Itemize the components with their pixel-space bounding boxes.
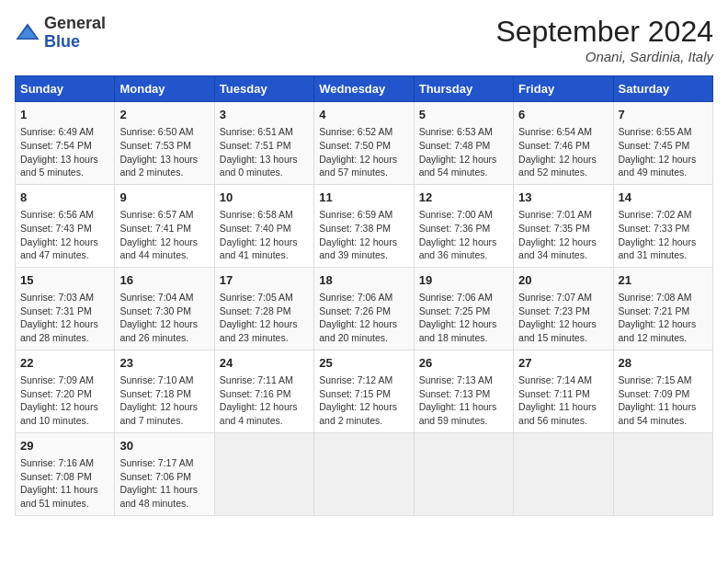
calendar-cell: 19Sunrise: 7:06 AMSunset: 7:25 PMDayligh… bbox=[414, 267, 513, 350]
calendar-week-2: 8Sunrise: 6:56 AMSunset: 7:43 PMDaylight… bbox=[16, 184, 713, 267]
calendar-cell: 16Sunrise: 7:04 AMSunset: 7:30 PMDayligh… bbox=[115, 267, 214, 350]
calendar-cell: 24Sunrise: 7:11 AMSunset: 7:16 PMDayligh… bbox=[214, 350, 313, 432]
day-number: 27 bbox=[518, 355, 608, 372]
day-number: 8 bbox=[20, 190, 109, 206]
calendar-cell: 14Sunrise: 7:02 AMSunset: 7:33 PMDayligh… bbox=[613, 184, 712, 267]
calendar-cell bbox=[613, 432, 712, 515]
day-info: Sunrise: 7:06 AMSunset: 7:26 PMDaylight:… bbox=[319, 291, 408, 345]
day-number: 29 bbox=[20, 438, 109, 454]
calendar-cell: 4Sunrise: 6:52 AMSunset: 7:50 PMDaylight… bbox=[314, 102, 414, 185]
day-number: 15 bbox=[20, 272, 109, 289]
calendar-cell bbox=[214, 432, 313, 515]
day-number: 25 bbox=[319, 355, 408, 372]
day-number: 30 bbox=[119, 438, 209, 454]
day-number: 17 bbox=[220, 272, 309, 289]
calendar-cell: 23Sunrise: 7:10 AMSunset: 7:18 PMDayligh… bbox=[115, 350, 214, 432]
day-number: 16 bbox=[119, 272, 209, 289]
calendar-cell: 30Sunrise: 7:17 AMSunset: 7:06 PMDayligh… bbox=[115, 432, 214, 515]
day-info: Sunrise: 6:50 AMSunset: 7:53 PMDaylight:… bbox=[119, 125, 209, 179]
day-info: Sunrise: 7:08 AMSunset: 7:21 PMDaylight:… bbox=[619, 291, 708, 345]
calendar-cell: 22Sunrise: 7:09 AMSunset: 7:20 PMDayligh… bbox=[16, 350, 115, 432]
calendar-cell: 12Sunrise: 7:00 AMSunset: 7:36 PMDayligh… bbox=[414, 184, 513, 267]
calendar-cell: 25Sunrise: 7:12 AMSunset: 7:15 PMDayligh… bbox=[314, 350, 414, 432]
column-header-saturday: Saturday bbox=[613, 76, 712, 102]
day-number: 21 bbox=[619, 272, 708, 289]
day-info: Sunrise: 7:04 AMSunset: 7:30 PMDaylight:… bbox=[119, 291, 209, 345]
day-number: 26 bbox=[419, 355, 508, 372]
calendar-cell: 5Sunrise: 6:53 AMSunset: 7:48 PMDaylight… bbox=[414, 102, 513, 185]
location: Onani, Sardinia, Italy bbox=[495, 49, 713, 64]
day-info: Sunrise: 7:12 AMSunset: 7:15 PMDaylight:… bbox=[319, 373, 408, 428]
day-number: 23 bbox=[119, 355, 209, 372]
calendar-cell: 2Sunrise: 6:50 AMSunset: 7:53 PMDaylight… bbox=[115, 102, 214, 185]
title-block: September 2024 Onani, Sardinia, Italy bbox=[495, 15, 713, 64]
logo-general-text: General bbox=[44, 14, 106, 32]
day-info: Sunrise: 7:01 AMSunset: 7:35 PMDaylight:… bbox=[518, 208, 608, 262]
calendar-cell: 29Sunrise: 7:16 AMSunset: 7:08 PMDayligh… bbox=[16, 432, 115, 515]
day-info: Sunrise: 7:17 AMSunset: 7:06 PMDaylight:… bbox=[119, 456, 209, 511]
day-number: 28 bbox=[619, 355, 708, 372]
column-header-friday: Friday bbox=[514, 76, 613, 102]
column-header-monday: Monday bbox=[115, 76, 214, 102]
day-info: Sunrise: 7:00 AMSunset: 7:36 PMDaylight:… bbox=[419, 208, 508, 262]
day-number: 4 bbox=[319, 107, 408, 123]
calendar-week-5: 29Sunrise: 7:16 AMSunset: 7:08 PMDayligh… bbox=[16, 432, 713, 515]
day-number: 22 bbox=[20, 355, 109, 372]
day-info: Sunrise: 7:13 AMSunset: 7:13 PMDaylight:… bbox=[419, 373, 508, 428]
calendar-cell: 21Sunrise: 7:08 AMSunset: 7:21 PMDayligh… bbox=[613, 267, 712, 350]
day-info: Sunrise: 6:57 AMSunset: 7:41 PMDaylight:… bbox=[119, 208, 209, 262]
calendar-cell: 8Sunrise: 6:56 AMSunset: 7:43 PMDaylight… bbox=[16, 184, 115, 267]
calendar-cell: 15Sunrise: 7:03 AMSunset: 7:31 PMDayligh… bbox=[16, 267, 115, 350]
day-number: 3 bbox=[220, 107, 309, 123]
calendar-week-3: 15Sunrise: 7:03 AMSunset: 7:31 PMDayligh… bbox=[16, 267, 713, 350]
calendar-cell: 13Sunrise: 7:01 AMSunset: 7:35 PMDayligh… bbox=[514, 184, 613, 267]
calendar-table: SundayMondayTuesdayWednesdayThursdayFrid… bbox=[15, 75, 713, 516]
logo-blue-text: Blue bbox=[44, 32, 80, 51]
day-info: Sunrise: 7:10 AMSunset: 7:18 PMDaylight:… bbox=[119, 373, 209, 428]
day-number: 12 bbox=[419, 190, 508, 206]
day-number: 11 bbox=[319, 190, 408, 206]
calendar-cell: 9Sunrise: 6:57 AMSunset: 7:41 PMDaylight… bbox=[115, 184, 214, 267]
day-number: 10 bbox=[220, 190, 309, 206]
calendar-cell: 27Sunrise: 7:14 AMSunset: 7:11 PMDayligh… bbox=[514, 350, 613, 432]
day-number: 5 bbox=[419, 107, 508, 123]
day-info: Sunrise: 6:49 AMSunset: 7:54 PMDaylight:… bbox=[20, 125, 109, 179]
column-headers: SundayMondayTuesdayWednesdayThursdayFrid… bbox=[16, 76, 713, 102]
calendar-cell: 1Sunrise: 6:49 AMSunset: 7:54 PMDaylight… bbox=[16, 102, 115, 185]
calendar-cell: 11Sunrise: 6:59 AMSunset: 7:38 PMDayligh… bbox=[314, 184, 414, 267]
day-info: Sunrise: 7:15 AMSunset: 7:09 PMDaylight:… bbox=[619, 373, 708, 428]
column-header-tuesday: Tuesday bbox=[214, 76, 313, 102]
calendar-cell: 18Sunrise: 7:06 AMSunset: 7:26 PMDayligh… bbox=[314, 267, 414, 350]
day-info: Sunrise: 7:07 AMSunset: 7:23 PMDaylight:… bbox=[518, 291, 608, 345]
day-info: Sunrise: 7:05 AMSunset: 7:28 PMDaylight:… bbox=[220, 291, 309, 345]
day-number: 20 bbox=[518, 272, 608, 289]
calendar-cell: 3Sunrise: 6:51 AMSunset: 7:51 PMDaylight… bbox=[214, 102, 313, 185]
day-info: Sunrise: 6:58 AMSunset: 7:40 PMDaylight:… bbox=[220, 208, 309, 262]
day-info: Sunrise: 6:56 AMSunset: 7:43 PMDaylight:… bbox=[20, 208, 109, 262]
calendar-cell: 6Sunrise: 6:54 AMSunset: 7:46 PMDaylight… bbox=[514, 102, 613, 185]
calendar-week-1: 1Sunrise: 6:49 AMSunset: 7:54 PMDaylight… bbox=[16, 102, 713, 185]
logo: General Blue bbox=[15, 15, 106, 52]
calendar-cell: 20Sunrise: 7:07 AMSunset: 7:23 PMDayligh… bbox=[514, 267, 613, 350]
month-title: September 2024 bbox=[495, 15, 713, 49]
day-info: Sunrise: 7:03 AMSunset: 7:31 PMDaylight:… bbox=[20, 291, 109, 345]
calendar-cell: 7Sunrise: 6:55 AMSunset: 7:45 PMDaylight… bbox=[613, 102, 712, 185]
page-header: General Blue September 2024 Onani, Sardi… bbox=[15, 15, 713, 64]
day-info: Sunrise: 6:52 AMSunset: 7:50 PMDaylight:… bbox=[319, 125, 408, 179]
day-info: Sunrise: 7:16 AMSunset: 7:08 PMDaylight:… bbox=[20, 456, 109, 511]
day-info: Sunrise: 7:09 AMSunset: 7:20 PMDaylight:… bbox=[20, 373, 109, 428]
calendar-cell: 28Sunrise: 7:15 AMSunset: 7:09 PMDayligh… bbox=[613, 350, 712, 432]
day-number: 13 bbox=[518, 190, 608, 206]
day-info: Sunrise: 7:14 AMSunset: 7:11 PMDaylight:… bbox=[518, 373, 608, 428]
calendar-week-4: 22Sunrise: 7:09 AMSunset: 7:20 PMDayligh… bbox=[16, 350, 713, 432]
day-number: 24 bbox=[220, 355, 309, 372]
day-number: 14 bbox=[619, 190, 708, 206]
day-number: 9 bbox=[119, 190, 209, 206]
calendar-cell bbox=[314, 432, 414, 515]
day-number: 1 bbox=[20, 107, 109, 123]
day-number: 2 bbox=[119, 107, 209, 123]
column-header-thursday: Thursday bbox=[414, 76, 513, 102]
calendar-cell: 17Sunrise: 7:05 AMSunset: 7:28 PMDayligh… bbox=[214, 267, 313, 350]
day-number: 6 bbox=[518, 107, 608, 123]
day-number: 7 bbox=[619, 107, 708, 123]
